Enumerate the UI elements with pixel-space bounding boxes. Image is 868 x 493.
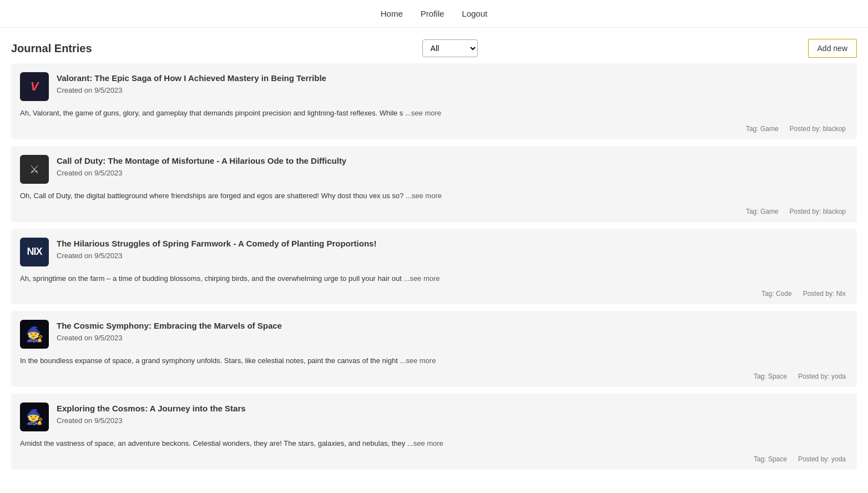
- entry-posted-by: Posted by: blackop: [790, 125, 846, 133]
- entry-footer: Tag: Code Posted by: Nix: [20, 290, 846, 298]
- entry-title: The Cosmic Symphony: Embracing the Marve…: [57, 320, 846, 331]
- entries-list: Valorant: The Epic Saga of How I Achieve…: [0, 63, 868, 470]
- entry-excerpt: Oh, Call of Duty, the digital battlegrou…: [20, 190, 846, 202]
- avatar: [20, 72, 49, 101]
- entry-header: 🧙 The Cosmic Symphony: Embracing the Mar…: [20, 320, 846, 349]
- add-new-button[interactable]: Add new: [808, 39, 857, 58]
- avatar: [20, 155, 49, 184]
- entry-card[interactable]: 🧙 Exploring the Cosmos: A Journey into t…: [11, 394, 857, 470]
- nav-home[interactable]: Home: [381, 9, 403, 18]
- main-nav: Home Profile Logout: [0, 0, 868, 28]
- see-more-link[interactable]: ...see more: [407, 439, 443, 447]
- entry-title-block: Exploring the Cosmos: A Journey into the…: [57, 403, 846, 425]
- avatar: 🧙: [20, 320, 49, 349]
- entry-card[interactable]: NIX The Hilarious Struggles of Spring Fa…: [11, 229, 857, 305]
- entry-title-block: Call of Duty: The Montage of Misfortune …: [57, 155, 846, 177]
- entry-excerpt: Ah, springtime on the farm – a time of b…: [20, 273, 846, 285]
- entry-title-block: The Hilarious Struggles of Spring Farmwo…: [57, 238, 846, 260]
- nav-logout[interactable]: Logout: [462, 9, 487, 18]
- entry-date: Created on 9/5/2023: [57, 169, 846, 177]
- nav-profile[interactable]: Profile: [421, 9, 445, 18]
- entry-tag: Tag: Game: [746, 125, 779, 133]
- entry-title: Valorant: The Epic Saga of How I Achieve…: [57, 72, 846, 84]
- see-more-link[interactable]: ...see more: [406, 192, 442, 200]
- entry-card[interactable]: Valorant: The Epic Saga of How I Achieve…: [11, 63, 857, 139]
- entry-header: Valorant: The Epic Saga of How I Achieve…: [20, 72, 846, 101]
- entry-posted-by: Posted by: blackop: [790, 208, 846, 215]
- entry-posted-by: Posted by: yoda: [798, 455, 846, 463]
- avatar: 🧙: [20, 403, 49, 431]
- entry-excerpt: Amidst the vastness of space, an adventu…: [20, 438, 846, 450]
- entry-title-block: Valorant: The Epic Saga of How I Achieve…: [57, 72, 846, 94]
- see-more-link[interactable]: ...see more: [404, 274, 440, 283]
- entry-card[interactable]: Call of Duty: The Montage of Misfortune …: [11, 146, 857, 222]
- entry-tag: Tag: Space: [754, 373, 787, 380]
- entry-posted-by: Posted by: yoda: [798, 373, 846, 380]
- entry-excerpt: Ah, Valorant, the game of guns, glory, a…: [20, 108, 846, 119]
- entry-date: Created on 9/5/2023: [57, 251, 846, 260]
- entry-header: Call of Duty: The Montage of Misfortune …: [20, 155, 846, 184]
- entry-excerpt: In the boundless expanse of space, a gra…: [20, 355, 846, 367]
- filter-select[interactable]: All Game Code Space: [422, 39, 478, 57]
- entry-header: NIX The Hilarious Struggles of Spring Fa…: [20, 238, 846, 266]
- filter-container: All Game Code Space: [422, 39, 478, 57]
- entry-title: Call of Duty: The Montage of Misfortune …: [57, 155, 846, 167]
- avatar: NIX: [20, 238, 49, 266]
- entry-title: Exploring the Cosmos: A Journey into the…: [57, 403, 846, 414]
- see-more-link[interactable]: ...see more: [400, 356, 436, 365]
- entry-header: 🧙 Exploring the Cosmos: A Journey into t…: [20, 403, 846, 431]
- entry-tag: Tag: Game: [746, 208, 779, 215]
- entry-card[interactable]: 🧙 The Cosmic Symphony: Embracing the Mar…: [11, 311, 857, 387]
- entry-title-block: The Cosmic Symphony: Embracing the Marve…: [57, 320, 846, 342]
- entry-footer: Tag: Space Posted by: yoda: [20, 455, 846, 463]
- entry-date: Created on 9/5/2023: [57, 334, 846, 342]
- see-more-link[interactable]: ...see more: [405, 109, 441, 117]
- entry-date: Created on 9/5/2023: [57, 86, 846, 94]
- entry-date: Created on 9/5/2023: [57, 416, 846, 425]
- page-title: Journal Entries: [11, 42, 92, 55]
- entry-tag: Tag: Space: [754, 455, 787, 463]
- entry-footer: Tag: Space Posted by: yoda: [20, 373, 846, 380]
- entry-posted-by: Posted by: Nix: [803, 290, 846, 298]
- entry-footer: Tag: Game Posted by: blackop: [20, 125, 846, 133]
- page-header: Journal Entries All Game Code Space Add …: [0, 28, 868, 63]
- entry-tag: Tag: Code: [761, 290, 792, 298]
- entry-footer: Tag: Game Posted by: blackop: [20, 208, 846, 215]
- entry-title: The Hilarious Struggles of Spring Farmwo…: [57, 238, 846, 249]
